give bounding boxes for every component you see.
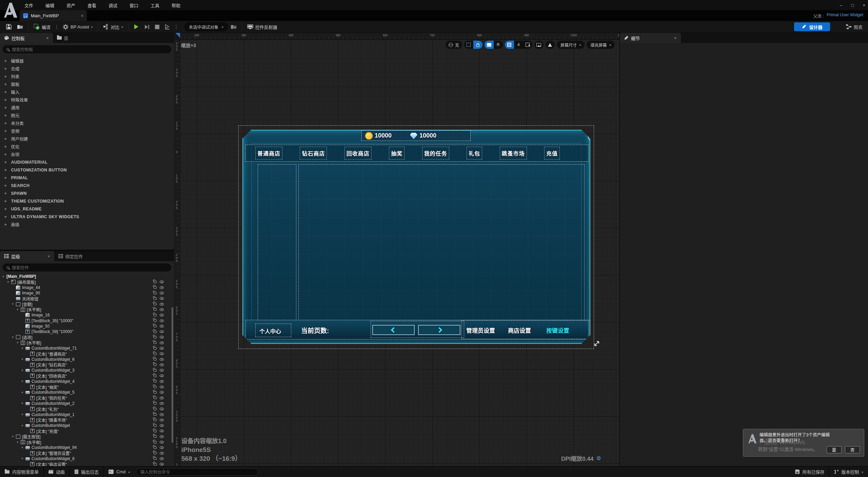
diff-button[interactable]: 对比 ▾ [100,22,126,32]
tab-palette[interactable]: 控制板 × [0,33,53,43]
lock-icon[interactable] [154,331,157,333]
minimize-icon[interactable]: – [840,3,842,8]
tree-expander-icon[interactable]: ▼ [21,457,25,460]
tree-row[interactable]: ▼CustomButtonWidget_6 [0,356,174,362]
chevron-right-icon[interactable]: ▶ [5,98,7,101]
eye-visibility-icon[interactable] [160,413,164,416]
tree-row[interactable]: ▼CustomButtonWidget [0,423,174,428]
eye-visibility-icon[interactable] [160,352,164,355]
widget-close-button[interactable]: ✕ [588,131,597,141]
tree-row[interactable]: ▼CustomButtonWidget_94 [0,445,174,450]
hierarchy-scrollbar[interactable] [172,307,173,443]
grid-snap-size[interactable]: 4 [514,41,523,49]
eye-visibility-icon[interactable] [160,319,164,322]
chevron-right-icon[interactable]: ▶ [5,200,7,203]
eye-visibility-icon[interactable] [160,286,164,289]
tab-main-fixwbp[interactable]: Main_FixWBP × [20,10,87,21]
debug-object-dropdown[interactable]: 未选中调试对象 ▾ [184,22,228,31]
game-widget-canvas[interactable]: 普通商店钻石商店回收商店抽奖我的任务礼包跳蚤市场充值 个人中心 当前页数: 管理… [242,130,590,344]
toast-yes-button[interactable]: 是 [827,446,842,453]
localization-preview-button[interactable]: 无 [446,41,462,49]
content-drawer-button[interactable]: 内容侧滑菜单 [0,466,43,477]
widget-tab[interactable]: 普通商店 [255,147,282,160]
tree-expander-icon[interactable]: ▼ [21,380,25,383]
graph-mode-button[interactable]: 图表 [846,22,863,31]
eye-visibility-icon[interactable] [160,446,164,449]
tree-row[interactable]: [TextBlock_35] "10000" [0,318,174,323]
tree-row[interactable]: Image_16 [0,312,174,318]
advance-button[interactable] [162,22,173,32]
eye-visibility-icon[interactable] [160,457,164,460]
palette-category[interactable]: ▶ SEARCH [0,182,174,189]
play-button[interactable] [131,22,142,32]
lock-icon[interactable] [154,463,157,465]
palette-category[interactable]: ▶ 杂项 [0,150,174,158]
tree-row[interactable]: ▼[画布面板] [0,279,174,285]
tree-expander-icon[interactable]: ▼ [16,308,21,311]
cmd-dropdown[interactable]: Cmd ▾ [104,466,135,477]
tree-expander-icon[interactable]: ▼ [21,402,25,405]
chevron-right-icon[interactable]: ▶ [5,223,7,226]
preview-background-button[interactable] [534,41,544,49]
palette-category[interactable]: ▶ 高级 [0,221,174,228]
tree-row[interactable]: [TextBlock_59] "10000" [0,329,174,334]
eye-visibility-icon[interactable] [160,325,164,328]
lock-icon[interactable] [154,391,157,394]
lock-icon[interactable] [154,369,157,372]
respect-locks-button[interactable]: R [494,41,503,49]
palette-category[interactable]: ▶ 通用 [0,104,174,111]
chevron-right-icon[interactable]: ▶ [5,176,7,179]
palette-category[interactable]: ▶ CUSTOMIZATION BUTTON [0,166,174,174]
stop-button[interactable] [152,22,162,32]
lock-icon[interactable] [154,408,157,410]
tree-expander-icon[interactable]: ▼ [16,441,21,444]
eye-visibility-icon[interactable] [160,408,164,410]
lock-icon[interactable] [154,402,157,405]
tree-row[interactable]: Image_50 [0,324,174,329]
lock-icon[interactable] [154,358,157,360]
lock-widget-button[interactable] [473,41,482,49]
chevron-right-icon[interactable]: ▶ [5,168,7,171]
browse-asset-button[interactable] [14,22,26,32]
lock-icon[interactable] [154,347,157,350]
widget-reflector-button[interactable]: 控件反射器 [244,22,280,32]
maximize-icon[interactable]: □ [851,3,854,8]
lock-icon[interactable] [154,457,157,460]
lock-icon[interactable] [154,441,157,443]
tree-row[interactable]: ▼[水平框] [0,439,174,445]
tree-row[interactable]: ▼CustomButtonWidget_3 [0,368,174,373]
tree-row[interactable]: [文本] "礼包" [0,406,174,412]
menu-item[interactable]: 窗口 [130,2,138,8]
chevron-right-icon[interactable]: ▶ [5,129,7,132]
eye-visibility-icon[interactable] [160,303,164,306]
close-icon[interactable]: × [863,3,865,8]
tree-expander-icon[interactable]: ▼ [16,341,21,344]
lock-icon[interactable] [154,353,157,355]
designer-viewport[interactable]: 2003004005006007008009001000110012001300… [174,33,619,466]
tree-expander-icon[interactable]: ▼ [2,275,6,278]
tree-expander-icon[interactable]: ▼ [21,446,25,449]
lock-icon[interactable] [154,419,157,421]
tree-row[interactable]: ▼[水平框] [0,340,174,346]
tree-row[interactable]: ▼[金额] [0,301,174,307]
screen-size-dropdown[interactable]: 屏幕尺寸 ▾ [557,41,585,49]
tree-row[interactable]: ▼CustomButtonWidget_8 [0,456,174,461]
menu-item[interactable]: 资产 [66,2,75,8]
prev-page-button[interactable] [372,325,415,335]
eye-visibility-icon[interactable] [160,380,164,383]
save-status-button[interactable]: 所有已保存 [790,466,829,477]
eye-visibility-icon[interactable] [160,364,164,366]
tree-expander-icon[interactable]: ▼ [12,336,16,339]
lock-icon[interactable] [154,364,157,366]
tree-row[interactable]: 关闭按钮 [0,296,174,301]
widget-tab[interactable]: 礼包 [467,147,482,160]
tree-row[interactable]: [文本] "钻石商店" [0,362,174,368]
lock-icon[interactable] [154,380,157,382]
source-control-dropdown[interactable]: 版本控制 ▾ [829,466,868,477]
widget-tab[interactable]: 跳蚤市场 [500,147,527,160]
chevron-right-icon[interactable]: ▶ [5,114,7,117]
tree-expander-icon[interactable]: ▼ [21,347,25,350]
eye-visibility-icon[interactable] [160,292,164,294]
widget-preview-button[interactable] [485,41,494,49]
eye-visibility-icon[interactable] [160,347,164,350]
